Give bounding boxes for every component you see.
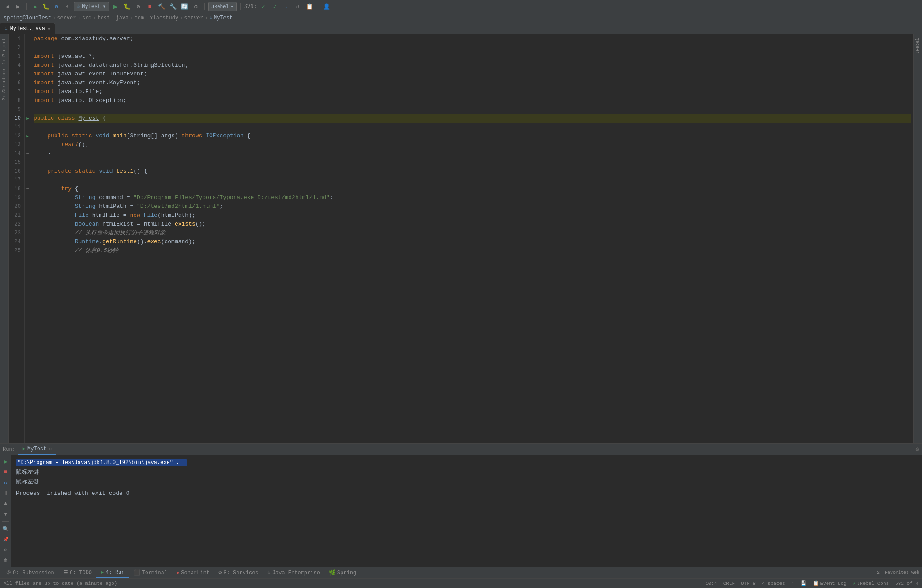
run-pin-btn[interactable]: 📌: [1, 535, 10, 544]
run-rerun-btn[interactable]: ↺: [1, 478, 10, 487]
status-position[interactable]: 10:4: [705, 581, 717, 586]
tab-subversion[interactable]: ⑨ 9: Subversion: [2, 568, 59, 578]
sidebar-structure-tab[interactable]: 2: Structure: [1, 67, 8, 102]
run-scroll-up[interactable]: ▲: [1, 499, 10, 508]
ln-20: 20: [12, 202, 21, 211]
debug-icon[interactable]: 🐛: [41, 2, 51, 11]
favorites-tab[interactable]: 2: Favorites: [876, 569, 910, 577]
status-line-sep[interactable]: CRLF: [723, 581, 735, 586]
gutter-13: [25, 140, 31, 149]
panel-settings-btn[interactable]: ⚙: [916, 445, 919, 453]
reload-icon[interactable]: 🔄: [180, 2, 189, 11]
bc-src[interactable]: src: [82, 15, 92, 21]
gutter: ▶ ▶ ─ ─ ─: [25, 34, 32, 443]
run-pause-btn[interactable]: ⏸: [1, 489, 10, 498]
tab-close-btn[interactable]: ✕: [48, 26, 51, 32]
web-tab[interactable]: Web: [911, 569, 920, 577]
settings-icon[interactable]: ⚙: [191, 2, 201, 11]
svn-check1[interactable]: ✓: [259, 2, 268, 11]
back-icon[interactable]: ◀: [3, 2, 12, 11]
bc-server2[interactable]: server: [184, 15, 203, 21]
gutter-3: [25, 52, 31, 61]
run-tab-close[interactable]: ✕: [49, 446, 52, 452]
run-toolbar-sep: [2, 521, 9, 522]
gutter-25: [25, 246, 31, 255]
build-button[interactable]: 🔨: [157, 2, 166, 11]
status-encoding[interactable]: UTF-8: [741, 581, 756, 586]
jrebel-label: JRebel: [211, 4, 229, 9]
bc-test[interactable]: test: [97, 15, 110, 21]
gutter-12[interactable]: ▶: [25, 132, 31, 140]
bottom-tab-run[interactable]: ▶ MyTest ✕: [18, 444, 56, 455]
tab-terminal[interactable]: ⬛ Terminal: [129, 568, 172, 578]
code-lines[interactable]: package com.xiaostudy.server; import jav…: [32, 34, 913, 443]
build2-icon[interactable]: 🔧: [168, 2, 178, 11]
dropdown-arrow: ▾: [102, 3, 105, 10]
ln-19: 19: [12, 193, 21, 202]
run-button[interactable]: ▶: [111, 2, 120, 11]
user-icon[interactable]: 👤: [322, 2, 331, 11]
tab-sonarlint[interactable]: ● SonarLint: [172, 568, 214, 578]
ln-23: 23: [12, 229, 21, 237]
jrebel-dropdown[interactable]: JRebel ▾: [208, 2, 237, 11]
code-line-13: test1();: [34, 140, 911, 149]
java-enterprise-icon: ☕: [267, 569, 271, 576]
run-filter-btn[interactable]: 🔍: [1, 524, 10, 533]
ln-22: 22: [12, 220, 21, 229]
status-hdd[interactable]: 💾: [801, 580, 807, 586]
gutter-21: [25, 211, 31, 220]
run-cmd-text: "D:\Program Files\Java\jdk1.8.0_192\bin\…: [16, 459, 187, 466]
bc-server[interactable]: server: [57, 15, 76, 21]
svn-check2[interactable]: ✓: [270, 2, 280, 11]
ln-17: 17: [12, 176, 21, 185]
code-line-5: import java.awt.event.InputEvent;: [34, 70, 911, 79]
gutter-14: ─: [25, 149, 31, 158]
bc-xiaostudy[interactable]: xiaostudy: [150, 15, 178, 21]
profile-icon[interactable]: ⚡: [62, 2, 72, 11]
top-toolbar: ◀ ▶ ▶ 🐛 ⚙ ⚡ ☕ MyTest ▾ ▶ 🐛 ⚙ ■ 🔨 🔧 🔄 ⚙ J…: [0, 0, 922, 13]
file-tab-mytest[interactable]: ☕ MyTest.java ✕: [0, 23, 55, 34]
editor-area[interactable]: 1 2 3 4 5 6 7 8 9 10 11 12 13 14 15 16 1…: [9, 34, 913, 443]
services-label: 8: Services: [223, 570, 258, 576]
gutter-10[interactable]: ▶: [25, 114, 31, 123]
run-config-dropdown[interactable]: ☕ MyTest ▾: [74, 2, 109, 11]
run-scroll-down[interactable]: ▼: [1, 510, 10, 519]
tab-spring[interactable]: 🌿 Spring: [324, 568, 361, 578]
code-line-6: import java.awt.event.KeyEvent;: [34, 79, 911, 87]
status-event-log[interactable]: 📋 Event Log: [813, 580, 847, 586]
coverage-icon[interactable]: ⚙: [52, 2, 61, 11]
bc-java[interactable]: java: [116, 15, 128, 21]
bc-com[interactable]: com: [135, 15, 144, 21]
run-stop-btn[interactable]: ■: [1, 467, 10, 476]
svn-history[interactable]: 📋: [305, 2, 314, 11]
gutter-16: ─: [25, 167, 31, 176]
svn-revert[interactable]: ↺: [293, 2, 303, 11]
bottom-panel: Run: ▶ MyTest ✕ ⚙ ▶ ■ ↺ ⏸ ▲ ▼ 🔍 📌 ⚙ 🗑 "D…: [0, 443, 922, 567]
debug-button[interactable]: 🐛: [122, 2, 132, 11]
status-indent[interactable]: 4 spaces: [762, 581, 785, 586]
sidebar-project-tab[interactable]: 1: Project: [1, 36, 8, 66]
run-settings-btn[interactable]: ⚙: [1, 546, 10, 554]
spring-label: Spring: [337, 570, 356, 576]
run-close-btn[interactable]: 🗑: [1, 556, 10, 565]
code-line-18: try {: [34, 185, 911, 193]
status-upload[interactable]: ↑: [791, 581, 794, 586]
stop-button[interactable]: ■: [145, 2, 155, 11]
tab-java-enterprise[interactable]: ☕ Java Enterprise: [263, 568, 324, 578]
bc-project[interactable]: springCloudTest: [4, 15, 51, 21]
status-jrebel[interactable]: ⚡ JRebel Cons: [853, 580, 889, 586]
run-icon[interactable]: ▶: [30, 2, 40, 11]
jrebel-sidebar-tab[interactable]: JRebel: [914, 36, 921, 56]
run-play-btn[interactable]: ▶: [1, 457, 10, 466]
todo-icon: ☰: [63, 569, 68, 576]
gutter-5: [25, 70, 31, 79]
forward-icon[interactable]: ▶: [13, 2, 23, 11]
gutter-1: [25, 34, 31, 43]
tab-services[interactable]: ⚙ 8: Services: [214, 568, 263, 578]
svn-update[interactable]: ↓: [282, 2, 291, 11]
run-coverage-button[interactable]: ⚙: [134, 2, 143, 11]
tab-todo[interactable]: ☰ 6: TODO: [59, 568, 96, 578]
gutter-15: [25, 158, 31, 167]
tab-run[interactable]: ▶ 4: Run: [96, 568, 129, 578]
run-exit-line: Process finished with exit code 0: [16, 489, 918, 498]
